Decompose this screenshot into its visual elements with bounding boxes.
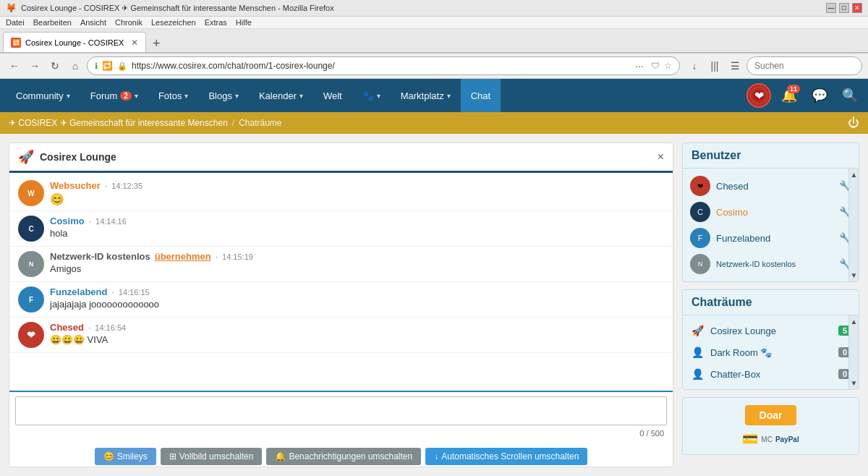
chesed-emoji: 😀😀😀 VIVA — [50, 334, 108, 345]
tab-label: Cosirex Lounge - COSIREX — [25, 38, 124, 47]
scroll-down-icon[interactable]: ▼ — [851, 379, 858, 387]
nav-marktplatz[interactable]: Marktplatz ▾ — [391, 79, 461, 112]
minimize-button[interactable]: — — [826, 3, 836, 13]
message-time: 14:15:19 — [222, 252, 253, 261]
users-panel: Benutzer ❤ Chesed 🔧 C Cosimo 🔧 F Funzela… — [682, 143, 859, 282]
nav-kalender[interactable]: Kalender ▾ — [249, 79, 313, 112]
menu-chronik[interactable]: Chronik — [115, 18, 142, 27]
tab-cosirex[interactable]: 🔁 Cosirex Lounge - COSIREX ✕ — [3, 32, 146, 52]
messages-button[interactable]: 💬 — [807, 83, 832, 108]
scroll-up-icon[interactable]: ▲ — [851, 318, 858, 326]
nav-community[interactable]: Community ▾ — [6, 79, 80, 112]
donate-button[interactable]: Doar — [745, 405, 797, 425]
chat-input-area: 0 / 500 — [9, 391, 673, 443]
message-avatar: N — [18, 251, 44, 277]
back-button[interactable]: ← — [6, 57, 23, 75]
chatroom-item[interactable]: 👤 Dark Room 🐾 0 — [683, 341, 859, 363]
search-input[interactable] — [746, 56, 862, 75]
message-username[interactable]: Funzelabend — [50, 286, 107, 297]
chat-message: N Netzwerk-ID kostenlos übernehmen · 14:… — [9, 247, 673, 282]
message-content: Websucher · 14:12:35 😊 — [50, 180, 664, 206]
maximize-button[interactable]: □ — [839, 3, 849, 13]
forward-button[interactable]: → — [26, 57, 43, 75]
nav-fotos[interactable]: Fotos ▾ — [148, 79, 199, 112]
message-avatar: W — [18, 180, 44, 206]
smileys-button[interactable]: 😊 Smileys — [95, 448, 156, 465]
scroll-up-icon[interactable]: ▲ — [851, 171, 858, 179]
browser-menubar: Datei Bearbeiten Ansicht Chronik Lesezei… — [0, 17, 868, 29]
main-nav: Community ▾ Forum 2 ▾ Fotos ▾ Blogs ▾ Ka… — [0, 79, 868, 112]
message-username[interactable]: Cosimo — [50, 216, 85, 226]
message-avatar: F — [18, 286, 44, 313]
search-nav-button[interactable]: 🔍 — [838, 83, 862, 108]
menu-ansicht[interactable]: Ansicht — [80, 18, 106, 27]
chatrooms-panel-body: 🚀 Cosirex Lounge 5 👤 Dark Room 🐾 0 👤 Cha… — [683, 315, 859, 389]
fullscreen-label: Vollbild umschalten — [179, 451, 254, 462]
chat-close-button[interactable]: × — [658, 150, 664, 163]
smiley-icon: 😊 — [103, 451, 114, 462]
sidebar-user[interactable]: ❤ Chesed 🔧 — [683, 173, 859, 199]
breadcrumb-bar: ✈ COSIREX ✈ Gemeinschaft für interessant… — [0, 112, 868, 134]
menu-bearbeiten[interactable]: Bearbeiten — [33, 18, 72, 27]
downloads-button[interactable]: ↓ — [686, 57, 703, 75]
chat-room-icon-header: 🚀 — [18, 149, 34, 165]
menu-extras[interactable]: Extras — [205, 18, 227, 27]
sidebar-user[interactable]: C Cosimo 🔧 — [683, 199, 859, 225]
nav-paw-chevron: ▾ — [377, 92, 380, 100]
home-button[interactable]: ⌂ — [67, 57, 84, 75]
chatroom-item[interactable]: 👤 Chatter-Box 0 — [683, 363, 859, 385]
new-tab-button[interactable]: + — [148, 35, 165, 52]
message-content: Funzelabend · 14:16:15 jajajajaja jooooo… — [50, 286, 664, 310]
more-icon[interactable]: ··· — [635, 60, 644, 72]
tab-close-button[interactable]: ✕ — [131, 38, 138, 48]
chatroom-name: Dark Room 🐾 — [710, 347, 833, 358]
sidebar-user[interactable]: N Netzwerk-ID kostenlos 🔧 — [683, 251, 859, 277]
message-username[interactable]: Netzwerk-ID kostenlos — [50, 251, 150, 262]
menu-datei[interactable]: Datei — [6, 18, 25, 27]
nav-paw[interactable]: 🐾 ▾ — [352, 79, 391, 112]
chat-message: C Cosimo · 14:14:16 hola — [9, 211, 673, 247]
chat-message: W Websucher · 14:12:35 😊 — [9, 176, 673, 211]
nav-forum[interactable]: Forum 2 ▾ — [80, 79, 148, 112]
nav-welt[interactable]: Welt — [313, 79, 352, 112]
chat-input[interactable] — [15, 396, 667, 425]
reload-button[interactable]: ↻ — [46, 57, 64, 75]
chatroom-icon: 👤 — [690, 345, 705, 360]
nav-chat[interactable]: Chat — [461, 79, 501, 112]
autoscroll-button[interactable]: ↓ Automatisches Scrollen umschalten — [425, 448, 587, 465]
nav-community-chevron: ▾ — [67, 92, 70, 100]
scroll-down-icon[interactable]: ▼ — [851, 271, 858, 279]
shield-icon: 🛡 — [651, 61, 660, 71]
bookmarks-button[interactable]: ||| — [706, 57, 723, 75]
power-icon[interactable]: ⏻ — [848, 116, 859, 129]
content-area: 🚀 Cosirex Lounge × W Websucher · 14:12:3… — [0, 134, 868, 476]
payment-icons: 💳 MC PayPal — [742, 431, 799, 447]
sidebar-user[interactable]: F Funzelabend 🔧 — [683, 225, 859, 251]
message-link[interactable]: übernehmen — [155, 251, 211, 262]
message-username[interactable]: Chesed — [50, 322, 84, 333]
address-bar[interactable]: ℹ 🔁 🔒 https://www.cosirex.com/chat/room/… — [87, 56, 680, 75]
menu-button[interactable]: ☰ — [726, 57, 744, 75]
chatrooms-panel-header: Chaträume — [683, 290, 859, 315]
menu-lesezeichen[interactable]: Lesezeichen — [151, 18, 196, 27]
notifications-toggle-button[interactable]: 🔔 Benachrichtigungen umschalten — [266, 448, 421, 465]
message-avatar: C — [18, 216, 44, 242]
fullscreen-icon: ⊞ — [169, 451, 176, 462]
close-button[interactable]: ✕ — [852, 3, 862, 13]
menu-hilfe[interactable]: Hilfe — [236, 18, 252, 27]
message-text: 😊 — [50, 192, 664, 206]
chatroom-item[interactable]: 🚀 Cosirex Lounge 5 — [683, 320, 859, 341]
visa-icon: 💳 — [742, 431, 758, 447]
message-emoji: 😊 — [50, 193, 64, 205]
user-avatar[interactable]: ❤ — [746, 83, 771, 108]
bookmark-star-icon[interactable]: ☆ — [664, 61, 672, 71]
chat-messages: W Websucher · 14:12:35 😊 C — [9, 173, 673, 391]
fullscreen-button[interactable]: ⊞ Vollbild umschalten — [161, 448, 263, 465]
nav-blogs[interactable]: Blogs ▾ — [198, 79, 249, 112]
notifications-button[interactable]: 🔔 11 — [777, 83, 801, 108]
browser-titlebar: 🦊 Cosirex Lounge - COSIREX ✈ Gemeinschaf… — [0, 0, 868, 17]
browser-toolbar: ← → ↻ ⌂ ℹ 🔁 🔒 https://www.cosirex.com/ch… — [0, 54, 868, 79]
message-username[interactable]: Websucher — [50, 180, 101, 191]
browser-title: Cosirex Lounge - COSIREX ✈ Gemeinschaft … — [21, 4, 822, 13]
breadcrumb-home[interactable]: ✈ COSIREX ✈ Gemeinschaft für interessant… — [9, 118, 228, 128]
